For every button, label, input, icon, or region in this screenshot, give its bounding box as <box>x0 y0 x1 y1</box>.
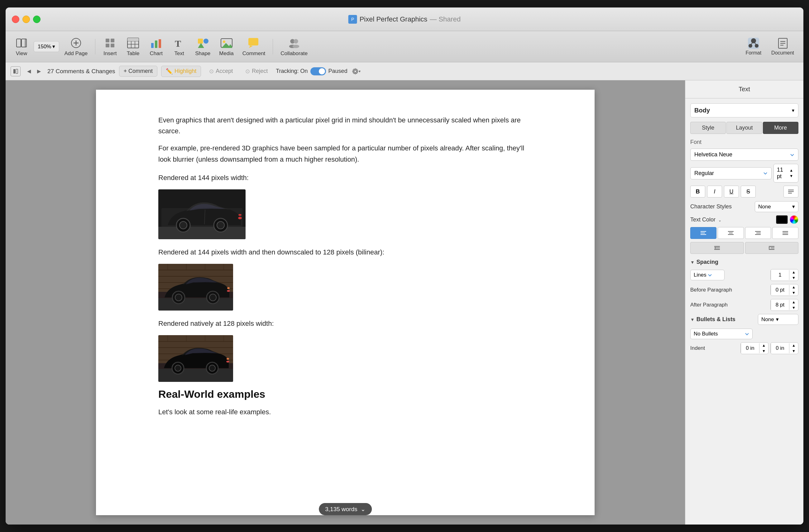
chart-icon <box>150 37 162 49</box>
font-size-input[interactable]: 11 pt ▲ ▼ <box>773 164 798 182</box>
reject-circle-icon: ⊙ <box>245 68 250 75</box>
prev-comment-button[interactable]: ◀ <box>24 67 34 76</box>
after-para-control: After Paragraph 8 pt ▲ ▼ <box>690 299 798 311</box>
toolbar-zoom[interactable]: 150% ▾ <box>34 41 59 52</box>
indent-in-up[interactable]: ▲ <box>759 343 768 348</box>
bullets-type-dropdown[interactable]: None ▾ <box>758 314 798 325</box>
after-para-down[interactable]: ▼ <box>789 305 798 311</box>
indent-out-down[interactable]: ▼ <box>789 348 798 354</box>
car-image-1 <box>158 189 245 239</box>
align-right-icon <box>755 230 761 236</box>
maximize-button[interactable] <box>33 16 40 23</box>
svg-rect-64 <box>158 298 233 311</box>
more-style-button[interactable] <box>784 185 798 197</box>
word-count-bar: 3,135 words ⌄ <box>319 503 372 515</box>
minimize-button[interactable] <box>22 16 30 23</box>
svg-rect-42 <box>16 69 18 73</box>
toolbar-add-page[interactable]: Add Page <box>61 34 91 59</box>
insert-label: Insert <box>103 51 117 57</box>
tracking-switch[interactable] <box>310 67 326 75</box>
align-left-button[interactable] <box>690 227 717 239</box>
reject-button[interactable]: ⊙ Reject <box>241 66 272 77</box>
toolbar-text[interactable]: T Text <box>168 34 190 59</box>
highlight-icon: ✏️ <box>166 68 173 75</box>
toolbar-media[interactable]: Media <box>216 34 237 59</box>
underline-button[interactable]: U <box>724 185 739 197</box>
close-button[interactable] <box>12 16 19 23</box>
decrease-indent-button[interactable] <box>690 242 744 254</box>
before-para-up[interactable]: ▲ <box>789 284 798 290</box>
align-justify-icon <box>782 230 789 236</box>
svg-point-48 <box>179 221 187 229</box>
tab-style[interactable]: Style <box>690 122 726 134</box>
toolbar-insert[interactable]: Insert <box>99 34 121 59</box>
align-center-button[interactable] <box>718 227 744 239</box>
no-bullets-row: No Bullets <box>690 329 798 339</box>
before-para-down[interactable]: ▼ <box>789 290 798 296</box>
document-area[interactable]: Even graphics that aren't designed with … <box>6 81 685 525</box>
media-icon <box>220 37 233 49</box>
add-comment-label: + Comment <box>124 68 153 74</box>
font-weight-row: Regular 11 pt ▲ ▼ <box>690 164 798 182</box>
align-justify-button[interactable] <box>772 227 798 239</box>
lines-dropdown[interactable]: Lines <box>690 270 725 280</box>
char-styles-dropdown[interactable]: None ▾ <box>755 201 798 212</box>
toolbar-format[interactable]: Format <box>741 35 766 58</box>
highlight-button[interactable]: ✏️ Highlight <box>161 66 201 77</box>
before-para-stepper: 0 pt ▲ ▼ <box>770 284 798 296</box>
char-styles-value: None <box>758 204 771 210</box>
lines-up[interactable]: ▲ <box>789 269 798 275</box>
tracking-settings-button[interactable]: ▾ <box>351 66 361 76</box>
nav-arrows: ◀ ▶ <box>24 67 44 76</box>
after-para-up[interactable]: ▲ <box>789 299 798 305</box>
align-left-icon <box>700 230 707 236</box>
svg-point-29 <box>294 39 298 43</box>
increase-indent-icon <box>768 245 775 251</box>
svg-rect-81 <box>158 369 233 382</box>
font-size-stepper[interactable]: ▲ ▼ <box>788 167 795 179</box>
last-paragraph: Let's look at some real-life examples. <box>158 407 532 418</box>
color-wheel-button[interactable] <box>790 215 798 224</box>
indent-out-up[interactable]: ▲ <box>789 343 798 348</box>
svg-point-86 <box>226 361 229 362</box>
toolbar-shape[interactable]: Shape <box>191 34 214 59</box>
font-size-up[interactable]: ▲ <box>788 167 795 173</box>
strikethrough-button[interactable]: S <box>741 185 756 197</box>
style-selector[interactable]: Body ▾ <box>690 103 798 118</box>
accept-button[interactable]: ⊙ Accept <box>205 66 237 77</box>
sidebar-toggle-button[interactable] <box>11 66 21 76</box>
svg-marker-25 <box>222 43 232 48</box>
font-section-label: Font <box>690 139 798 145</box>
font-family-dropdown[interactable]: Helvetica Neue <box>690 148 798 161</box>
next-comment-button[interactable]: ▶ <box>34 67 44 76</box>
indent-in-down[interactable]: ▼ <box>759 348 768 354</box>
no-bullets-select[interactable]: No Bullets <box>690 329 753 339</box>
lines-down[interactable]: ▼ <box>789 275 798 281</box>
italic-button[interactable]: I <box>707 185 722 197</box>
tab-more[interactable]: More <box>763 122 798 134</box>
toolbar-view[interactable]: View <box>11 34 32 59</box>
toolbar-document[interactable]: Document <box>767 35 798 58</box>
toolbar-table[interactable]: Table <box>122 34 144 59</box>
spacing-arrow: ▼ <box>690 260 695 265</box>
align-right-button[interactable] <box>745 227 771 239</box>
bold-button[interactable]: B <box>690 185 705 197</box>
table-icon <box>127 37 139 49</box>
toolbar-collaborate[interactable]: Collaborate <box>277 34 311 59</box>
app-icon: P <box>348 15 357 24</box>
toolbar-chart[interactable]: Chart <box>145 34 167 59</box>
increase-indent-button[interactable] <box>745 242 799 254</box>
tab-layout[interactable]: Layout <box>726 122 762 134</box>
svg-rect-26 <box>248 38 258 46</box>
font-size-down[interactable]: ▼ <box>788 173 795 179</box>
svg-point-69 <box>227 290 230 292</box>
toolbar-comment[interactable]: Comment <box>239 34 269 59</box>
add-page-icon <box>70 37 82 49</box>
word-count-pill[interactable]: 3,135 words ⌄ <box>319 503 372 515</box>
color-swatch[interactable] <box>776 215 788 224</box>
add-comment-button[interactable]: + Comment <box>119 66 158 77</box>
font-weight-dropdown[interactable]: Regular <box>690 167 772 179</box>
svg-rect-41 <box>13 69 15 73</box>
tracking-bar: ◀ ▶ 27 Comments & Changes + Comment ✏️ H… <box>6 62 803 81</box>
paused-label: Paused <box>328 68 347 74</box>
